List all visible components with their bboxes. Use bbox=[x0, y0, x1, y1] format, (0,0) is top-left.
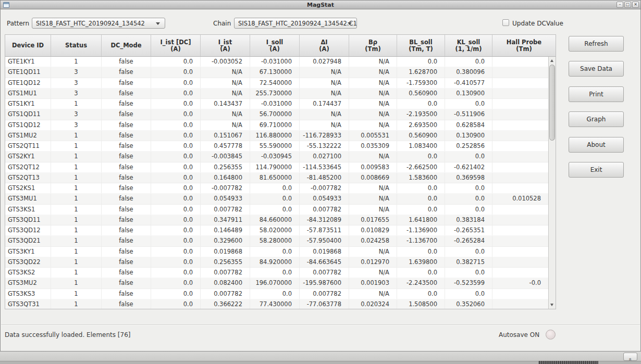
cell-bl-soll: 1.641800 bbox=[397, 215, 445, 225]
table-row[interactable]: GTS2QT131false0.00.16480081.650000-81.48… bbox=[5, 173, 548, 183]
cell-i-ist: -0.003845 bbox=[201, 152, 250, 161]
cell-i-soll: 0.0 bbox=[250, 289, 300, 299]
cell-bl-soll: -1.136700 bbox=[397, 236, 445, 246]
table-row[interactable]: GTS3QD121false0.00.14648958.020000-57.87… bbox=[5, 225, 548, 236]
table-body: GTE1KY11false0.0-0.003052-0.0310000.0279… bbox=[5, 57, 548, 309]
cell-bl-soll: -1.759300 bbox=[397, 78, 445, 88]
table-row[interactable]: GTS1KY11false0.00.143437-0.0310000.17443… bbox=[5, 99, 548, 109]
cell-i-soll: 84.660000 bbox=[250, 215, 300, 225]
window-icon bbox=[3, 2, 9, 8]
scrollbar-down-icon[interactable] bbox=[549, 302, 556, 308]
refresh-button[interactable]: Refresh bbox=[569, 36, 624, 52]
title-bar[interactable]: MagStat – □ ✕ bbox=[1, 1, 640, 9]
cell-kl-soll: 0.352060 bbox=[445, 299, 492, 309]
column-header-device-id: Device ID bbox=[5, 35, 51, 56]
cell-bl-soll: -1.136900 bbox=[397, 225, 445, 235]
table-row[interactable]: GTS1QD123false0.0N/A69.710000N/AN/A2.693… bbox=[5, 120, 548, 131]
cell-delta-i: N/A bbox=[300, 78, 349, 88]
save-data-button[interactable]: Save Data bbox=[569, 61, 624, 77]
cell-i-ist: 0.019868 bbox=[201, 247, 250, 257]
update-dcvalue-checkbox[interactable] bbox=[502, 19, 509, 26]
table-row[interactable]: GTE1QD113false0.0N/A67.130000N/AN/A1.628… bbox=[5, 67, 548, 78]
cell-device-id: GTE1KY1 bbox=[5, 57, 51, 67]
close-button[interactable]: ✕ bbox=[632, 2, 639, 8]
table-row[interactable]: GTS3MU11false0.00.0549330.00.054933N/A0.… bbox=[5, 194, 548, 204]
panel-collapse-button[interactable]: « bbox=[623, 353, 637, 361]
table-row[interactable]: GTS1MU13false0.0N/A255.730000N/AN/A0.560… bbox=[5, 89, 548, 99]
table-row[interactable]: GTS3QD221false0.00.25635584.920000-84.66… bbox=[5, 257, 548, 268]
cell-dc-mode: false bbox=[102, 183, 151, 193]
table-row[interactable]: GTS3QD111false0.00.34791184.660000-84.31… bbox=[5, 215, 548, 225]
scrollbar-thumb[interactable] bbox=[549, 65, 555, 141]
table-row[interactable]: GTE1KY11false0.0-0.003052-0.0310000.0279… bbox=[5, 57, 548, 67]
cell-status: 1 bbox=[51, 131, 102, 141]
cell-i-ist: 0.164800 bbox=[201, 173, 250, 183]
table-row[interactable]: GTS1MU21false0.00.151067116.880000-116.7… bbox=[5, 131, 548, 141]
graph-button[interactable]: Graph bbox=[569, 111, 624, 127]
table-row[interactable]: GTS3QT311false0.00.36622277.430000-77.06… bbox=[5, 299, 548, 309]
table-row[interactable]: GTE1QD123false0.0N/A72.540000N/AN/A-1.75… bbox=[5, 78, 548, 89]
minimize-button[interactable]: – bbox=[617, 2, 623, 8]
cell-bl-soll: -2.662500 bbox=[397, 162, 445, 172]
table-row[interactable]: GTS3QD211false0.00.32960058.280000-57.95… bbox=[5, 236, 548, 246]
cell-dc-mode: false bbox=[102, 141, 151, 151]
table-row[interactable]: GTS3KS21false0.00.0077820.00.007782N/A0.… bbox=[5, 268, 548, 278]
chain-select[interactable]: SIS18_FAST_HTC_20190924_134542.C1 bbox=[234, 18, 357, 29]
pattern-select[interactable]: SIS18_FAST_HTC_20190924_134542 bbox=[32, 18, 165, 29]
cell-i-ist-dc: 0.0 bbox=[151, 278, 201, 288]
cell-b-rho: N/A bbox=[349, 99, 397, 109]
cell-hall-probe bbox=[492, 89, 548, 98]
cell-i-ist-dc: 0.0 bbox=[151, 173, 201, 183]
cell-i-soll: 0.0 bbox=[250, 268, 300, 278]
maximize-button[interactable]: □ bbox=[624, 2, 631, 8]
cell-b-rho: 0.005531 bbox=[349, 131, 397, 141]
print-button[interactable]: Print bbox=[569, 86, 624, 102]
cell-device-id: GTS3KS1 bbox=[5, 205, 51, 215]
cell-dc-mode: false bbox=[102, 299, 151, 309]
cell-b-rho: 0.024258 bbox=[349, 236, 397, 246]
background-window-titlebar[interactable] bbox=[538, 361, 598, 364]
cell-i-ist: -0.003052 bbox=[201, 57, 250, 67]
cell-delta-i: -57.950400 bbox=[300, 236, 349, 246]
cell-hall-probe bbox=[492, 205, 548, 215]
cell-dc-mode: false bbox=[102, 109, 151, 119]
cell-dc-mode: false bbox=[102, 152, 151, 161]
cell-dc-mode: false bbox=[102, 205, 151, 215]
cell-i-ist-dc: 0.0 bbox=[151, 131, 201, 141]
cell-b-rho: 0.012970 bbox=[349, 257, 397, 267]
exit-button[interactable]: Exit bbox=[569, 162, 624, 178]
cell-delta-i: 0.174437 bbox=[300, 99, 349, 109]
cell-i-ist: 0.146489 bbox=[201, 225, 250, 235]
cell-device-id: GTS3QD11 bbox=[5, 215, 51, 225]
cell-status: 3 bbox=[51, 67, 102, 77]
table-row[interactable]: GTS2KS11false0.0-0.0077820.0-0.007782N/A… bbox=[5, 183, 548, 194]
cell-device-id: GTS2KY1 bbox=[5, 152, 51, 161]
scrollbar-up-icon[interactable] bbox=[549, 57, 556, 64]
table-row[interactable]: GTS3KS11false0.00.0077820.00.007782N/A0.… bbox=[5, 205, 548, 215]
column-header-b-rho: Bρ(Tm) bbox=[349, 35, 397, 56]
cell-b-rho: N/A bbox=[349, 247, 397, 257]
cell-status: 1 bbox=[51, 141, 102, 151]
cell-status: 1 bbox=[51, 247, 102, 257]
table-row[interactable]: GTS3KY11false0.00.0198680.00.019868N/A0.… bbox=[5, 247, 548, 257]
vertical-scrollbar[interactable] bbox=[548, 57, 556, 309]
window-title: MagStat bbox=[1, 2, 640, 8]
maximize-icon: □ bbox=[626, 2, 630, 7]
cell-status: 1 bbox=[51, 162, 102, 172]
cell-device-id: GTS3QD21 bbox=[5, 236, 51, 246]
cell-b-rho: N/A bbox=[349, 194, 397, 204]
table-row[interactable]: GTS1QD113false0.0N/A56.700000N/AN/A-2.19… bbox=[5, 109, 548, 120]
cell-delta-i: 0.007782 bbox=[300, 289, 349, 299]
cell-hall-probe bbox=[492, 257, 548, 267]
cell-i-ist: N/A bbox=[201, 109, 250, 119]
about-button[interactable]: About bbox=[569, 137, 624, 153]
table-row[interactable]: GTS2QT111false0.00.45777855.590000-55.13… bbox=[5, 141, 548, 152]
cell-dc-mode: false bbox=[102, 268, 151, 278]
table-row[interactable]: GTS3MU21false0.00.082400196.070000-195.9… bbox=[5, 278, 548, 288]
table-row[interactable]: GTS2QT121false0.00.256355114.790000-114.… bbox=[5, 162, 548, 173]
cell-kl-soll: -0.265351 bbox=[445, 225, 492, 235]
table-row[interactable]: GTS2KY11false0.0-0.003845-0.0309450.0271… bbox=[5, 152, 548, 162]
cell-i-soll: 55.590000 bbox=[250, 141, 300, 151]
cell-kl-soll: 0.130900 bbox=[445, 89, 492, 98]
table-row[interactable]: GTS3KS31false0.00.0077820.00.007782N/A0.… bbox=[5, 289, 548, 299]
